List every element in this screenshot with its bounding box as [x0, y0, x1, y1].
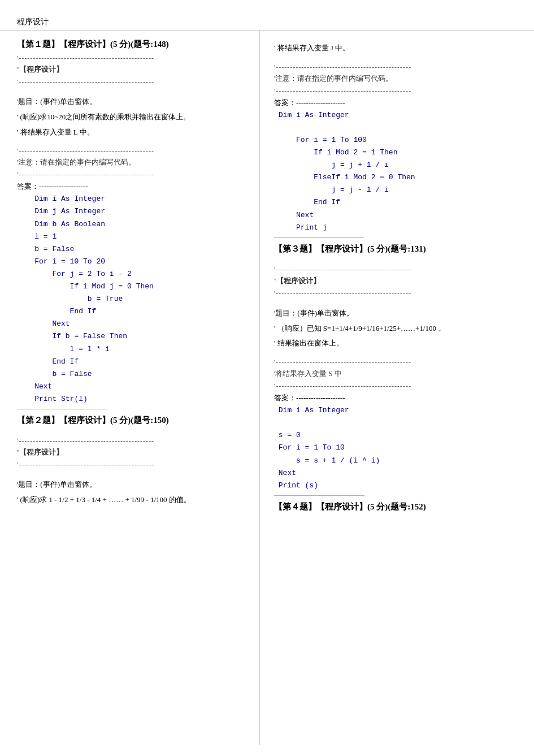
q3-code: Dim i As Integer s = 0 For i = 1 To 10 s…	[274, 404, 520, 492]
page-header: 程序设计	[0, 11, 534, 30]
q1-separator	[17, 409, 107, 409]
q1-code-9: End If	[17, 305, 245, 318]
q1r-notice: '注意：请在指定的事件内编写代码。	[274, 74, 520, 84]
q1r-code-7: Next	[274, 209, 520, 222]
q3-code-1: s = 0	[274, 429, 520, 442]
q3-divider3: '---------------------------------------…	[274, 358, 520, 367]
q1r-code-3: j = j + 1 / i	[274, 159, 520, 171]
q2-topic2: ' (响应)求 1 - 1/2 + 1/3 - 1/4 + …… + 1/99 …	[17, 494, 245, 506]
q1r-code-blank	[274, 122, 520, 134]
q1-code: Dim i As Integer Dim j As Integer Dim b …	[17, 193, 245, 405]
q1-topic1: '题目：(事件)单击窗体。	[17, 96, 245, 108]
q3-code-4: Next	[274, 467, 520, 479]
q3-notice: '将结果存入变量 S 中	[274, 369, 520, 379]
q1-code-5: For i = 10 To 20	[17, 256, 245, 268]
q1-code-16: Print Str(l)	[17, 393, 245, 405]
q1-divider2: '---------------------------------------…	[17, 78, 245, 87]
q2-block: 【第２题】【程序设计】(5 分)(题号:150) '--------------…	[17, 415, 245, 506]
right-column: ' 将结果存入变量 J 中。 '------------------------…	[260, 31, 534, 745]
q1-answer-label: 答案：--------------------	[17, 182, 245, 192]
q1r-code-6: End If	[274, 196, 520, 209]
q1-block: 【第１题】【程序设计】(5 分)(题号:148) '--------------…	[17, 39, 245, 409]
q3-code-blank	[274, 417, 520, 429]
q1-divider3: '---------------------------------------…	[17, 147, 245, 155]
q1-code-10: Next	[17, 318, 245, 330]
q2-title: 【第２题】【程序设计】(5 分)(题号:150)	[17, 415, 245, 426]
q1r-code-5: j = j - 1 / i	[274, 184, 520, 196]
q3-divider1: '---------------------------------------…	[274, 266, 520, 274]
q1-code-4: b = False	[17, 243, 245, 256]
q1r-code-8: Print j	[274, 222, 520, 234]
q4-block: 【第４题】【程序设计】(5 分)(题号:152)	[274, 502, 520, 512]
q1r-code-4: ElseIf i Mod 2 = 0 Then	[274, 171, 520, 184]
q1-topic-extra: ' 将结果存入变量 J 中。	[274, 42, 520, 54]
q1-code-15: Next	[17, 381, 245, 393]
q3-title: 【第３题】【程序设计】(5 分)(题号:131)	[274, 244, 520, 254]
q3-topic3: ' 结果输出在窗体上。	[274, 338, 520, 349]
q1-title: 【第１题】【程序设计】(5 分)(题号:148)	[17, 39, 245, 50]
q3-topic2: ' （响应）已知 S=1+1/4+1/9+1/16+1/25+……+1/100，	[274, 323, 520, 335]
q1-code-13: End If	[17, 356, 245, 368]
q1-code-11: If b = False Then	[17, 330, 245, 343]
q1-divider4: '---------------------------------------…	[17, 171, 245, 179]
q3-code-0: Dim i As Integer	[274, 404, 520, 417]
q1-code-14: b = False	[17, 368, 245, 381]
q3-topic1: '题目：(事件)单击窗体。	[274, 308, 520, 319]
q3-code-2: For i = 1 To 10	[274, 442, 520, 454]
q2-topic1: '题目：(事件)单击窗体。	[17, 479, 245, 491]
q2-divider1: '---------------------------------------…	[17, 437, 245, 446]
q1-code-3: l = 1	[17, 231, 245, 243]
q1r-divider2: '---------------------------------------…	[274, 87, 520, 96]
q1r-separator	[274, 237, 364, 238]
q1r-code-2: If i Mod 2 = 1 Then	[274, 146, 520, 159]
q3-divider4: '---------------------------------------…	[274, 382, 520, 391]
q1r-code: Dim i As Integer For i = 1 To 100 If i M…	[274, 109, 520, 234]
columns-container: 【第１题】【程序设计】(5 分)(题号:148) '--------------…	[0, 30, 534, 745]
q3-comment1: '【程序设计】	[274, 276, 520, 286]
q1r-divider1: '---------------------------------------…	[274, 63, 520, 72]
q3-answer-label: 答案：--------------------	[274, 393, 520, 403]
q1-notice: '注意：请在指定的事件内编写代码。	[17, 157, 245, 167]
q1-code-12: l = l * i	[17, 343, 245, 356]
page-title: 程序设计	[17, 18, 49, 26]
q1-divider1: '---------------------------------------…	[17, 54, 245, 63]
q1-code-6: For j = 2 To i - 2	[17, 268, 245, 280]
page: 程序设计 【第１题】【程序设计】(5 分)(题号:148) '---------…	[0, 0, 534, 756]
q3-code-5: Print (s)	[274, 479, 520, 492]
q1-topic2: ' (响应)求10~20之间所有素数的乘积并输出在窗体上。	[17, 111, 245, 123]
q4-title: 【第４题】【程序设计】(5 分)(题号:152)	[274, 502, 520, 512]
q1-code-7: If i Mod j = 0 Then	[17, 280, 245, 293]
q3-code-3: s = s + 1 / (i ^ i)	[274, 455, 520, 467]
q1r-code-0: Dim i As Integer	[274, 109, 520, 122]
q2-comment1: '【程序设计】	[17, 447, 245, 457]
q1r-answer-label: 答案：--------------------	[274, 98, 520, 108]
q1-comment1: '【程序设计】	[17, 64, 245, 75]
q2-divider2: '---------------------------------------…	[17, 461, 245, 469]
q3-separator	[274, 495, 364, 496]
q1-code-0: Dim i As Integer	[17, 193, 245, 205]
q1-topic3: ' 将结果存入变量 L 中。	[17, 127, 245, 139]
q1-code-8: b = True	[17, 293, 245, 305]
q1-code-2: Dim b As Boolean	[17, 218, 245, 231]
left-column: 【第１题】【程序设计】(5 分)(题号:148) '--------------…	[0, 31, 260, 745]
q1-code-1: Dim j As Integer	[17, 205, 245, 218]
q1r-code-1: For i = 1 To 100	[274, 134, 520, 146]
q1-right-block: ' 将结果存入变量 J 中。 '------------------------…	[274, 42, 520, 238]
q3-block: 【第３题】【程序设计】(5 分)(题号:131) '--------------…	[274, 244, 520, 496]
q3-divider2: '---------------------------------------…	[274, 290, 520, 298]
